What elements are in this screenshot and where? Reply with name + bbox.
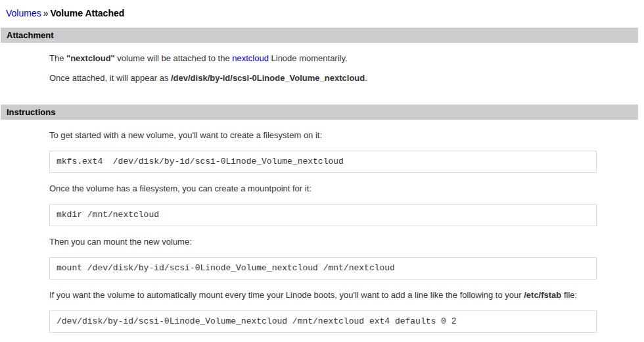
code-block-mount: mount /dev/disk/by-id/scsi-0Linode_Volum…: [49, 257, 597, 280]
volume-name: "nextcloud": [66, 53, 115, 63]
attachment-status-text: The "nextcloud" volume will be attached …: [49, 53, 638, 63]
breadcrumb-link-volumes[interactable]: Volumes: [6, 8, 41, 18]
code-block-mkfs: mkfs.ext4 /dev/disk/by-id/scsi-0Linode_V…: [49, 151, 597, 173]
attachment-section: The "nextcloud" volume will be attached …: [1, 43, 638, 105]
code-block-mkdir: mkdir /mnt/nextcloud: [49, 204, 597, 226]
breadcrumb: Volumes»Volume Attached: [6, 8, 638, 19]
instructions-section: To get started with a new volume, you'll…: [1, 120, 638, 342]
volume-attached-page: Volumes»Volume Attached Attachment The "…: [0, 0, 644, 342]
section-header-attachment: Attachment: [1, 28, 638, 43]
linode-link-nextcloud[interactable]: nextcloud: [232, 53, 269, 63]
instructions-filesystem-text: To get started with a new volume, you'll…: [49, 130, 638, 140]
section-title-attachment: Attachment: [7, 30, 54, 40]
fstab-path: /etc/fstab: [524, 290, 561, 300]
section-header-instructions: Instructions: [1, 105, 638, 120]
breadcrumb-separator: »: [43, 8, 49, 18]
instructions-mount-text: Then you can mount the new volume:: [49, 237, 638, 247]
attachment-device-path-text: Once attached, it will appear as /dev/di…: [49, 73, 638, 83]
device-path: /dev/disk/by-id/scsi-0Linode_Volume_next…: [171, 73, 365, 83]
code-block-fstab: /dev/disk/by-id/scsi-0Linode_Volume_next…: [49, 310, 597, 333]
section-title-instructions: Instructions: [7, 107, 55, 117]
breadcrumb-current-page: Volume Attached: [51, 8, 125, 18]
instructions-mountpoint-text: Once the volume has a filesystem, you ca…: [49, 183, 638, 193]
instructions-fstab-text: If you want the volume to automatically …: [49, 290, 638, 300]
